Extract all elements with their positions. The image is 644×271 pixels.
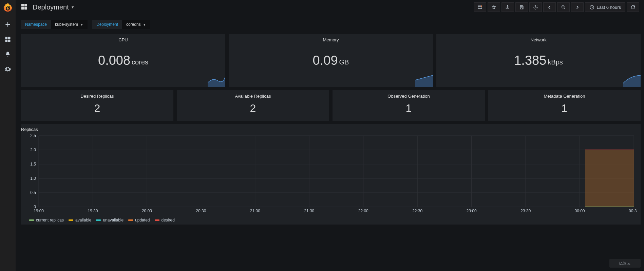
plus-icon[interactable]	[4, 20, 12, 28]
svg-text:1.0: 1.0	[30, 176, 36, 181]
svg-text:22:30: 22:30	[412, 209, 422, 213]
var-label: Namespace	[21, 20, 51, 29]
legend-item[interactable]: current replicas	[29, 218, 64, 222]
dashboard-title-dropdown[interactable]: Deployment ▼	[33, 3, 75, 11]
var-namespace: Namespace kube-system ▼	[21, 20, 88, 29]
svg-point-10	[535, 6, 536, 8]
panel-observed-generation[interactable]: Observed Generation 1	[333, 90, 485, 121]
panel-replicas-chart[interactable]: Replicas 00.51.01.52.02.519:0019:3020:00…	[21, 124, 641, 225]
save-button[interactable]	[515, 2, 528, 12]
panel-desired-replicas[interactable]: Desired Replicas 2	[21, 90, 173, 121]
legend-label: unavailable	[103, 218, 124, 222]
legend-label: available	[75, 218, 91, 222]
star-button[interactable]	[488, 2, 500, 12]
svg-text:1.5: 1.5	[30, 162, 36, 167]
svg-text:2.0: 2.0	[30, 148, 36, 152]
stat-number: 0.008	[98, 53, 130, 68]
svg-text:22:00: 22:00	[358, 209, 368, 213]
svg-text:23:00: 23:00	[467, 209, 477, 213]
row-small: Desired Replicas 2 Available Replicas 2 …	[21, 90, 641, 121]
svg-rect-4	[8, 40, 11, 42]
svg-rect-1	[5, 37, 8, 39]
grafana-logo[interactable]	[2, 2, 14, 14]
stat-unit: GB	[339, 58, 349, 66]
gear-icon[interactable]	[4, 65, 12, 73]
svg-text:2.5: 2.5	[30, 134, 36, 138]
panel-memory[interactable]: Memory 0.09 GB	[229, 34, 433, 87]
chart-area: 00.51.01.52.02.519:0019:3020:0020:3021:0…	[25, 134, 637, 215]
time-back-button[interactable]	[543, 2, 556, 12]
stat-unit: cores	[132, 58, 148, 66]
var-deployment: Deployment coredns ▼	[92, 20, 150, 29]
panel-value: 0.09 GB	[229, 34, 433, 87]
panel-value: 2	[177, 96, 329, 121]
watermark-text: 亿速云	[619, 261, 631, 266]
svg-text:19:30: 19:30	[88, 209, 98, 213]
topbar-actions: Last 6 hours	[474, 2, 639, 12]
share-button[interactable]	[501, 2, 514, 12]
panel-cpu[interactable]: CPU 0.008 cores	[21, 34, 225, 87]
caret-down-icon: ▼	[143, 23, 146, 26]
svg-rect-7	[21, 7, 24, 9]
watermark: 亿速云	[609, 259, 641, 268]
variable-bar: Namespace kube-system ▼ Deployment cored…	[21, 20, 150, 29]
panel-value: 1	[333, 96, 485, 121]
stat-number: 1	[406, 102, 412, 115]
caret-down-icon: ▼	[80, 23, 83, 26]
svg-text:21:30: 21:30	[304, 209, 314, 213]
topbar: Deployment ▼ Last 6 hours	[16, 0, 644, 14]
panel-available-replicas[interactable]: Available Replicas 2	[177, 90, 329, 121]
legend-swatch	[69, 219, 73, 221]
time-forward-button[interactable]	[571, 2, 584, 12]
dashboard-icon[interactable]	[20, 3, 28, 12]
panel-value: 2	[21, 96, 173, 121]
var-value: kube-system	[55, 22, 78, 27]
row-big: CPU 0.008 cores Memory 0.09 GB Network 1…	[21, 34, 641, 87]
legend-label: updated	[135, 218, 150, 222]
zoom-out-button[interactable]	[557, 2, 570, 12]
var-label: Deployment	[92, 20, 122, 29]
side-rail	[0, 0, 16, 271]
svg-text:20:30: 20:30	[196, 209, 206, 213]
legend-item[interactable]: unavailable	[96, 218, 124, 222]
settings-button[interactable]	[529, 2, 542, 12]
panel-metadata-generation[interactable]: Metadata Generation 1	[488, 90, 641, 121]
sparkline	[208, 73, 225, 87]
svg-text:00:00: 00:00	[575, 209, 585, 213]
svg-rect-5	[21, 4, 24, 6]
panel-network[interactable]: Network 1.385 kBps	[436, 34, 641, 87]
var-value-dropdown[interactable]: kube-system ▼	[51, 20, 88, 29]
var-value-dropdown[interactable]: coredns ▼	[122, 20, 150, 29]
legend-label: current replicas	[36, 218, 64, 222]
var-value: coredns	[126, 22, 141, 27]
chart-legend: current replicasavailableunavailableupda…	[29, 218, 175, 222]
svg-rect-3	[5, 40, 8, 42]
stat-number: 1.385	[514, 53, 546, 68]
svg-text:00:30: 00:30	[629, 209, 637, 213]
svg-rect-49	[585, 150, 634, 207]
panel-value: 0.008 cores	[21, 34, 225, 87]
svg-text:0.5: 0.5	[30, 190, 36, 195]
svg-text:21:00: 21:00	[250, 209, 260, 213]
add-panel-button[interactable]	[474, 2, 486, 12]
stat-number: 0.09	[313, 53, 338, 68]
stat-number: 2	[250, 102, 256, 115]
svg-text:20:00: 20:00	[142, 209, 152, 213]
legend-item[interactable]: updated	[128, 218, 150, 222]
panel-value: 1	[488, 96, 641, 121]
dashboards-icon[interactable]	[4, 35, 12, 43]
legend-item[interactable]: desired	[155, 218, 175, 222]
caret-down-icon: ▼	[71, 5, 75, 9]
time-range-picker[interactable]: Last 6 hours	[585, 2, 625, 12]
dashboard-title: Deployment	[33, 3, 69, 11]
panel-title: Replicas	[21, 124, 641, 132]
refresh-button[interactable]	[627, 2, 639, 12]
legend-swatch	[29, 219, 34, 221]
bell-icon[interactable]	[4, 50, 12, 58]
stat-unit: kBps	[548, 58, 563, 66]
svg-text:23:30: 23:30	[520, 209, 531, 213]
legend-swatch	[96, 219, 101, 221]
svg-text:19:00: 19:00	[34, 209, 44, 213]
legend-item[interactable]: available	[69, 218, 91, 222]
stat-number: 2	[94, 102, 100, 115]
